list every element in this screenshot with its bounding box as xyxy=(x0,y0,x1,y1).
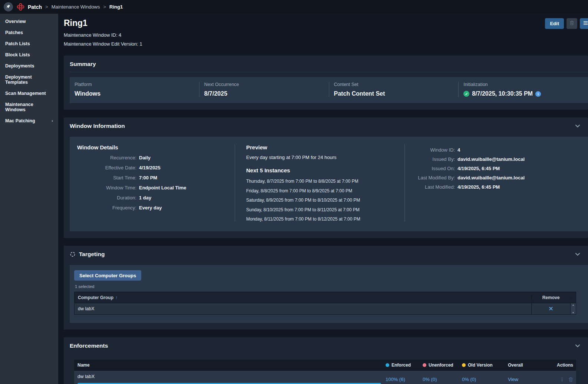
instance-line: Monday, 8/11/2025 from 7:00 PM to 8/12/2… xyxy=(246,216,396,222)
enforced-value[interactable]: 100% (6) xyxy=(386,371,423,384)
targeting-section: Targeting Select Computer Groups 1 selec… xyxy=(64,246,588,330)
column-computer-group[interactable]: Computer Group ↑ xyxy=(75,295,531,300)
table-scrollbar[interactable]: ▲ ▼ xyxy=(570,303,576,314)
window-details-title: Window Details xyxy=(77,144,227,150)
edit-button[interactable]: Edit xyxy=(545,18,564,29)
pushpin-icon xyxy=(6,4,11,10)
sidebar-item-maintenance-windows[interactable]: Maintenance Windows xyxy=(0,99,58,115)
sidebar-item-overview[interactable]: Overview xyxy=(0,16,58,27)
success-check-icon: ✓ xyxy=(463,91,469,97)
breadcrumb-current: Ring1 xyxy=(109,4,123,10)
enforced-dot-icon xyxy=(386,363,389,367)
maintenance-window-id: Maintenance Window ID: 4 xyxy=(64,32,588,38)
preview-title: Preview xyxy=(246,144,396,150)
scroll-down-icon[interactable]: ▼ xyxy=(572,311,575,314)
computer-groups-table: Computer Group ↑ Remove dw labX ✕ ▲ ▼ xyxy=(74,292,576,315)
sidebar-item-scan-management[interactable]: Scan Management xyxy=(0,88,58,99)
computer-group-name: dw labX xyxy=(75,303,531,314)
enforcements-table-header: Name Enforced Unenforced Old Version Ove… xyxy=(74,360,576,370)
enforcements-title: Enforcements xyxy=(70,342,108,349)
delete-button[interactable] xyxy=(566,18,577,29)
detail-frequency: Frequency:Every day xyxy=(77,205,227,211)
instance-line: Saturday, 8/9/2025 from 7:00 PM to 8/10/… xyxy=(246,198,396,203)
window-details-column: Window Details Recurrence:Daily Effectiv… xyxy=(70,144,235,222)
page-title: Ring1 xyxy=(64,18,87,28)
summary-section: Summary Platform Windows Next Occurrence… xyxy=(64,56,588,110)
sidebar-item-deployment-templates[interactable]: Deployment Templates xyxy=(0,72,58,88)
detail-duration: Duration:1 day xyxy=(77,195,227,201)
column-actions: Actions xyxy=(545,363,576,368)
computer-group-row: dw labX ✕ ▲ ▼ xyxy=(75,303,576,314)
targeting-body: Select Computer Groups 1 selected Comput… xyxy=(70,265,588,323)
window-information-section: Window Information Window Details Recurr… xyxy=(64,117,588,238)
breadcrumb-separator: > xyxy=(45,4,48,10)
unenforced-value[interactable]: 0% (0) xyxy=(423,371,462,384)
summary-content-set: Content Set Patch Content Set xyxy=(329,82,459,97)
meta-window-id: Window ID:4 xyxy=(405,147,581,153)
column-remove: Remove xyxy=(531,295,570,300)
scroll-up-icon[interactable]: ▲ xyxy=(572,304,575,306)
computer-groups-table-header: Computer Group ↑ Remove xyxy=(75,292,576,303)
unenforced-dot-icon xyxy=(423,363,426,367)
meta-last-modified-by: Last Modified By:david.wuibaille@tanium.… xyxy=(405,175,581,181)
selected-count: 1 selected xyxy=(75,284,576,289)
more-actions-button[interactable] xyxy=(580,18,588,29)
chevron-down-icon[interactable] xyxy=(575,251,581,257)
old-version-dot-icon xyxy=(462,363,466,367)
main-content: Ring1 Edit Maintenance Window ID: 4 Main… xyxy=(58,14,588,384)
row-info-icon[interactable] xyxy=(559,377,565,382)
preview-column: Preview Every day starting at 7:00 PM fo… xyxy=(235,144,404,222)
chevron-down-icon[interactable] xyxy=(575,123,581,129)
chevron-right-icon: › xyxy=(52,118,53,123)
sidebar: Overview Patches Patch Lists Block Lists… xyxy=(0,14,58,384)
column-old-version: Old Version xyxy=(462,363,508,368)
enforcement-name: dw labX xyxy=(77,374,386,379)
app-name[interactable]: Patch xyxy=(28,4,42,10)
list-icon xyxy=(583,21,588,26)
enforcements-section: Enforcements Name Enforced Unenforced xyxy=(64,337,588,384)
detail-effective-date: Effective Date:4/19/2025 xyxy=(77,165,227,171)
select-computer-groups-button[interactable]: Select Computer Groups xyxy=(74,270,141,281)
view-link[interactable]: View xyxy=(508,377,518,382)
top-bar: Patch > Maintenance Windows > Ring1 xyxy=(0,0,588,14)
summary-title: Summary xyxy=(70,61,96,67)
summary-next-occurrence: Next Occurrence 8/7/2025 xyxy=(199,82,329,97)
column-enforced: Enforced xyxy=(386,363,423,368)
sidebar-item-block-lists[interactable]: Block Lists xyxy=(0,49,58,60)
window-information-body: Window Details Recurrence:Daily Effectiv… xyxy=(70,137,588,231)
remove-group-button[interactable]: ✕ xyxy=(549,305,554,312)
scrollbar-header-spacer xyxy=(570,297,576,298)
target-icon xyxy=(70,251,76,257)
old-version-value[interactable]: 0% (0) xyxy=(462,371,508,384)
summary-platform: Platform Windows xyxy=(70,82,199,97)
instance-line: Sunday, 8/10/2025 from 7:00 PM to 8/11/2… xyxy=(246,207,396,212)
chevron-down-icon[interactable] xyxy=(575,343,581,349)
detail-window-time: Window Time:Endpoint Local Time xyxy=(77,185,227,191)
column-overall: Overall xyxy=(508,363,545,368)
instance-line: Friday, 8/8/2025 from 7:00 PM to 8/9/202… xyxy=(246,188,396,193)
detail-recurrence: Recurrence:Daily xyxy=(77,155,227,160)
meta-issued-by: Issued By:david.wuibaille@tanium.local xyxy=(405,156,581,162)
breadcrumb-maintenance-windows[interactable]: Maintenance Windows xyxy=(52,4,100,10)
column-unenforced: Unenforced xyxy=(423,363,462,368)
summary-strip: Platform Windows Next Occurrence 8/7/202… xyxy=(70,77,588,103)
sidebar-item-patch-lists[interactable]: Patch Lists xyxy=(0,38,58,49)
info-icon[interactable]: i xyxy=(535,91,541,97)
instance-line: Thursday, 8/7/2025 from 7:00 PM to 8/8/2… xyxy=(246,179,396,184)
trash-icon xyxy=(569,20,574,27)
sidebar-item-patches[interactable]: Patches xyxy=(0,27,58,38)
enforcements-table: Name Enforced Unenforced Old Version Ove… xyxy=(74,360,576,384)
meta-last-modified: Last Modified:4/19/2025, 6:45 PM xyxy=(405,184,581,190)
pin-button[interactable] xyxy=(4,2,13,11)
sort-ascending-icon: ↑ xyxy=(115,295,118,300)
window-information-title: Window Information xyxy=(70,123,125,129)
sidebar-item-mac-patching[interactable]: Mac Patching › xyxy=(0,115,58,126)
row-trash-icon[interactable] xyxy=(568,377,573,382)
maintenance-window-edit-version: Maintenance Window Edit Version: 1 xyxy=(64,41,588,47)
detail-start-time: Start Time:7:00 PM xyxy=(77,175,227,181)
meta-issued-on: Issued On:4/19/2025, 6:45 PM xyxy=(405,166,581,171)
summary-initialization: Initialization ✓ 8/7/2025, 10:30:35 PM i xyxy=(458,82,588,97)
preview-text: Every day starting at 7:00 PM for 24 hou… xyxy=(246,155,396,160)
enforcement-row: dw labX 100% (6) 0% (0) 0% (0) View xyxy=(74,370,576,384)
sidebar-item-deployments[interactable]: Deployments xyxy=(0,60,58,72)
